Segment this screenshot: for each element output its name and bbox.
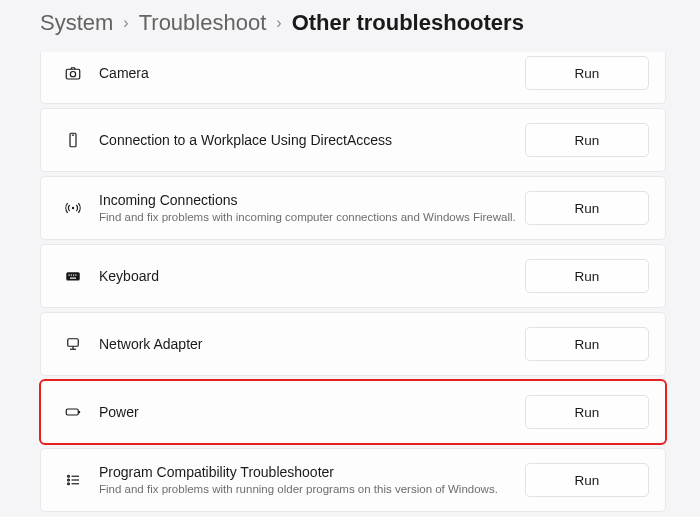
run-button-netadapter[interactable]: Run (525, 327, 649, 361)
run-button-incoming[interactable]: Run (525, 191, 649, 225)
breadcrumb-level1[interactable]: System (40, 10, 113, 36)
troubleshooter-title: Incoming Connections (99, 191, 525, 209)
breadcrumb: System › Troubleshoot › Other troublesho… (0, 0, 700, 52)
run-button-keyboard[interactable]: Run (525, 259, 649, 293)
troubleshooter-row-compat: Program Compatibility Troubleshooter Fin… (40, 448, 666, 512)
troubleshooter-row-directaccess: Connection to a Workplace Using DirectAc… (40, 108, 666, 172)
battery-icon (57, 403, 89, 421)
breadcrumb-current: Other troubleshooters (292, 10, 524, 36)
run-button-power[interactable]: Run (525, 395, 649, 429)
troubleshooter-title: Program Compatibility Troubleshooter (99, 463, 525, 481)
svg-rect-9 (75, 275, 76, 276)
svg-rect-5 (66, 272, 80, 280)
svg-point-4 (72, 207, 74, 209)
chevron-right-icon: › (276, 14, 281, 32)
svg-rect-11 (68, 339, 79, 347)
network-adapter-icon (57, 335, 89, 353)
troubleshooter-row-incoming: Incoming Connections Find and fix proble… (40, 176, 666, 240)
run-button-compat[interactable]: Run (525, 463, 649, 497)
troubleshooter-title: Power (99, 403, 525, 421)
keyboard-icon (57, 267, 89, 285)
run-button-directaccess[interactable]: Run (525, 123, 649, 157)
troubleshooter-row-keyboard: Keyboard Run (40, 244, 666, 308)
svg-point-16 (68, 475, 70, 477)
run-button-camera[interactable]: Run (525, 56, 649, 90)
device-icon (57, 131, 89, 149)
troubleshooter-title: Network Adapter (99, 335, 525, 353)
breadcrumb-level2[interactable]: Troubleshoot (139, 10, 267, 36)
troubleshooter-row-power: Power Run (40, 380, 666, 444)
svg-rect-15 (79, 411, 81, 413)
svg-rect-8 (73, 275, 74, 276)
list-settings-icon (57, 471, 89, 489)
svg-rect-14 (66, 409, 78, 415)
troubleshooter-desc: Find and fix problems with running older… (99, 482, 525, 497)
chevron-right-icon: › (123, 14, 128, 32)
troubleshooter-title: Keyboard (99, 267, 525, 285)
svg-point-1 (70, 72, 75, 77)
svg-point-18 (68, 479, 70, 481)
svg-rect-10 (70, 278, 76, 279)
svg-rect-0 (66, 69, 80, 79)
troubleshooter-row-camera: Camera Run (40, 52, 666, 104)
troubleshooter-title: Connection to a Workplace Using DirectAc… (99, 131, 525, 149)
troubleshooter-list: Camera Run Connection to a Workplace Usi… (0, 52, 700, 512)
troubleshooter-desc: Find and fix problems with incoming comp… (99, 210, 525, 225)
camera-icon (57, 64, 89, 82)
signal-icon (57, 199, 89, 217)
svg-point-20 (68, 483, 70, 485)
svg-rect-6 (69, 275, 70, 276)
troubleshooter-row-netadapter: Network Adapter Run (40, 312, 666, 376)
troubleshooter-title: Camera (99, 64, 525, 82)
svg-rect-7 (71, 275, 72, 276)
